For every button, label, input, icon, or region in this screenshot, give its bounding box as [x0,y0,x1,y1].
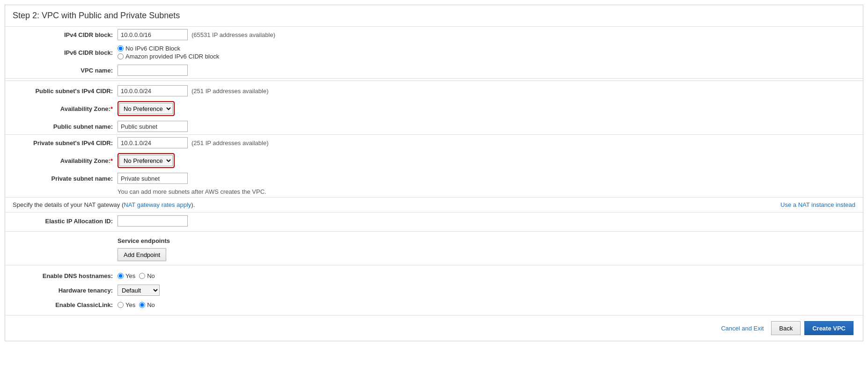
private-ipv4-label: Private subnet's IPv4 CIDR: [15,139,118,147]
private-ipv4-input[interactable] [118,137,188,148]
subnet-note: You can add more subnets after AWS creat… [5,186,863,197]
back-button[interactable]: Back [771,321,801,335]
classiclink-radio-group: Yes No [118,301,155,308]
dns-yes-radio[interactable] [118,273,124,279]
elastic-ip-label: Elastic IP Allocation ID: [15,218,118,225]
ipv6-option1: No IPv6 CIDR Block [118,45,219,52]
ipv4-cidr-input[interactable] [118,29,188,40]
ipv6-cidr-row: IPv6 CIDR block: No IPv6 CIDR Block Amaz… [5,43,863,62]
classiclink-row: Enable ClassicLink: Yes No [5,298,863,311]
classiclink-no-radio[interactable] [139,302,145,308]
dns-hostnames-label: Enable DNS hostnames: [15,272,118,279]
classiclink-no-option: No [139,301,155,308]
private-ipv4-hint: (251 IP addresses available) [191,139,269,147]
private-az-row: Availability Zone:* No Preference us-eas… [5,151,863,170]
page-title: Step 2: VPC with Public and Private Subn… [5,5,863,27]
service-endpoints-section: Service endpoints Add Endpoint [5,232,863,265]
public-ipv4-controls: (251 IP addresses available) [118,85,269,96]
dns-yes-label: Yes [125,272,135,279]
hardware-tenancy-row: Hardware tenancy: Default Dedicated [5,282,863,298]
ipv6-option2: Amazon provided IPv6 CIDR block [118,53,219,60]
dns-no-label: No [147,272,155,279]
public-ipv4-input[interactable] [118,85,188,96]
dns-no-radio[interactable] [139,273,145,279]
elastic-ip-section: Elastic IP Allocation ID: [5,212,863,232]
service-endpoints-title: Service endpoints [15,235,853,248]
public-subnet-name-row: Public subnet name: [5,118,863,134]
public-az-row: Availability Zone:* No Preference us-eas… [5,99,863,118]
private-subnet-name-input[interactable] [118,173,188,184]
hardware-tenancy-label: Hardware tenancy: [15,287,118,294]
ipv6-radio-group: No IPv6 CIDR Block Amazon provided IPv6 … [118,45,219,60]
nat-rates-link[interactable]: NAT gateway rates apply [124,201,191,208]
public-subnet-name-label: Public subnet name: [15,123,118,130]
classiclink-no-label: No [147,301,155,308]
elastic-ip-input[interactable] [118,215,188,227]
cancel-button[interactable]: Cancel and Exit [717,323,767,334]
nat-gateway-section: Specify the details of your NAT gateway … [5,198,863,212]
ipv4-cidr-label: IPv4 CIDR block: [15,31,118,38]
private-subnet-section: Private subnet's IPv4 CIDR: (251 IP addr… [5,135,863,198]
ipv4-cidr-hint: (65531 IP addresses available) [191,31,275,38]
nat-text: Specify the details of your NAT gateway … [13,201,195,208]
ipv6-no-radio[interactable] [118,45,124,51]
private-subnet-name-label: Private subnet name: [15,175,118,182]
public-az-select[interactable]: No Preference us-east-1a us-east-1b us-e… [119,103,173,114]
hardware-tenancy-select[interactable]: Default Dedicated [118,285,160,296]
private-az-label: Availability Zone:* [15,157,118,164]
dns-radio-group: Yes No [118,272,155,279]
vpc-section: IPv4 CIDR block: (65531 IP addresses ava… [5,27,863,79]
public-az-label: Availability Zone:* [15,105,118,112]
vpc-name-input[interactable] [118,65,188,76]
footer-bar: Cancel and Exit Back Create VPC [5,315,863,341]
private-ipv4-controls: (251 IP addresses available) [118,137,269,148]
classiclink-yes-radio[interactable] [118,302,124,308]
private-az-select[interactable]: No Preference us-east-1a us-east-1b us-e… [119,155,173,166]
create-vpc-button[interactable]: Create VPC [804,321,853,335]
public-ipv4-label: Public subnet's IPv4 CIDR: [15,88,118,95]
public-az-select-wrapper: No Preference us-east-1a us-east-1b us-e… [118,101,175,116]
ipv6-cidr-label: IPv6 CIDR block: [15,49,118,56]
bottom-settings-section: Enable DNS hostnames: Yes No Hardware te… [5,265,863,315]
ipv4-cidr-controls: (65531 IP addresses available) [118,29,275,40]
page-container: Step 2: VPC with Public and Private Subn… [5,5,863,341]
private-az-select-wrapper: No Preference us-east-1a us-east-1b us-e… [118,153,175,168]
classiclink-yes-option: Yes [118,301,135,308]
dns-hostnames-row: Enable DNS hostnames: Yes No [5,269,863,282]
ipv6-no-label: No IPv6 CIDR Block [125,45,180,52]
ipv6-amazon-label: Amazon provided IPv6 CIDR block [125,53,219,60]
ipv4-cidr-row: IPv4 CIDR block: (65531 IP addresses ava… [5,27,863,43]
vpc-name-label: VPC name: [15,67,118,74]
private-subnet-name-row: Private subnet name: [5,170,863,186]
public-ipv4-row: Public subnet's IPv4 CIDR: (251 IP addre… [5,83,863,99]
classiclink-yes-label: Yes [125,301,135,308]
dns-yes-option: Yes [118,272,135,279]
add-endpoint-button[interactable]: Add Endpoint [118,248,166,261]
dns-no-option: No [139,272,155,279]
classiclink-label: Enable ClassicLink: [15,301,118,308]
ipv6-amazon-radio[interactable] [118,53,124,59]
nat-instance-link[interactable]: Use a NAT instance instead [780,201,855,208]
vpc-name-row: VPC name: [5,62,863,78]
public-ipv4-hint: (251 IP addresses available) [191,88,269,95]
private-ipv4-row: Private subnet's IPv4 CIDR: (251 IP addr… [5,135,863,151]
public-subnet-section: Public subnet's IPv4 CIDR: (251 IP addre… [5,81,863,135]
public-subnet-name-input[interactable] [118,121,188,132]
